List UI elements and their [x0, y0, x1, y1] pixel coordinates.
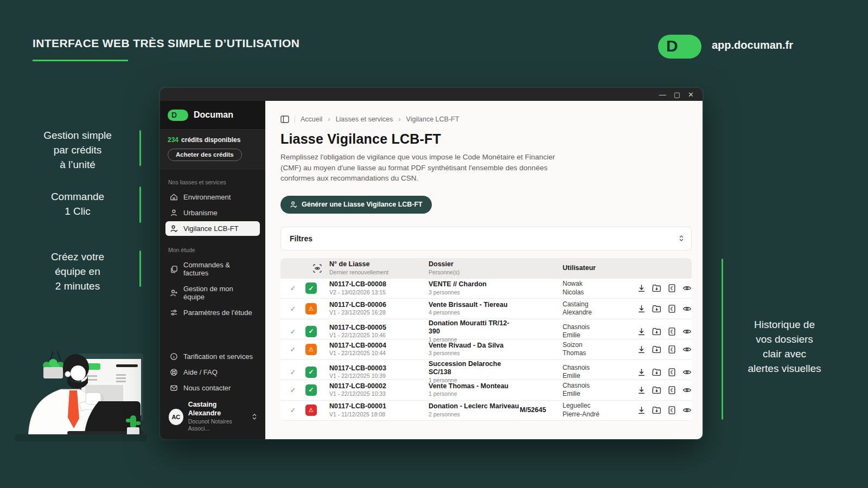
download-icon[interactable]	[636, 367, 647, 377]
sidebar: D Documan 234crédits disponibles Acheter…	[160, 101, 265, 439]
sidebar-item-gestion-equipe[interactable]: Gestion de mon équipe	[165, 281, 260, 304]
table-row[interactable]: ✓ ✓⚠ N0117-LCB-00006 V1 - 23/12/2025 16:…	[280, 299, 692, 319]
folder-download-icon[interactable]	[652, 344, 662, 355]
folder-download-icon[interactable]	[652, 405, 662, 415]
liasse-number: N0117-LCB-00008	[329, 280, 429, 289]
generate-liasse-button[interactable]: Générer une Liasse Vigilance LCB-FT	[280, 196, 432, 214]
filters-label: Filtres	[290, 234, 312, 243]
user-menu[interactable]: AC Castaing Alexandre Docunot Notaires A…	[165, 396, 260, 434]
liasse-renewal-date: V1 - 11/12/2025 18:08	[329, 411, 429, 419]
row-valid-check-icon: ✓	[280, 386, 305, 394]
user-firstname: Alexandre	[563, 309, 635, 317]
view-eye-icon[interactable]	[682, 385, 692, 395]
dossier-persons: 3 personnes	[429, 350, 520, 357]
view-eye-icon[interactable]	[682, 283, 692, 293]
col-header-utilisateur[interactable]: Utilisateur	[563, 264, 635, 273]
maximize-button[interactable]: ▢	[674, 91, 680, 98]
status-badge: ✓⚠	[305, 303, 317, 314]
download-icon[interactable]	[636, 405, 647, 415]
sidebar-footer: Tarification et services Aide / FAQ Nous…	[160, 349, 265, 439]
annotation-line: Créez votre	[26, 249, 129, 264]
breadcrumb-item-accueil[interactable]: Accueil	[301, 115, 322, 123]
sidebar-item-urbanisme[interactable]: Urbanisme	[165, 206, 260, 220]
invoice-euro-icon[interactable]: €	[667, 385, 677, 395]
dossier-name: Vente Rivaud - Da Silva	[429, 342, 520, 350]
status-badge: ✓⚠	[305, 367, 317, 378]
sidebar-logo[interactable]: D Documan	[160, 101, 265, 129]
sidebar-toggle-icon[interactable]	[280, 115, 289, 123]
sidebar-item-aide-faq[interactable]: Aide / FAQ	[165, 365, 260, 380]
status-badge: ✓⚠	[305, 326, 317, 337]
annotation-bar	[139, 130, 141, 166]
services-section: Nos liasses et services Environnement Ur…	[160, 169, 265, 236]
folder-download-icon[interactable]	[652, 326, 662, 337]
user-lastname: Nowak	[563, 280, 635, 288]
svg-text:€: €	[671, 306, 673, 312]
sliders-icon	[170, 309, 178, 317]
download-icon[interactable]	[636, 344, 647, 355]
annotation-line: Commande	[26, 189, 129, 204]
sidebar-item-tarification[interactable]: Tarification et services	[165, 349, 260, 364]
table-body: ✓ ✓⚠ N0117-LCB-00008 V2 - 13/02/2026 13:…	[280, 279, 692, 421]
avatar: AC	[169, 409, 183, 425]
col-header-dossier[interactable]: Dossier	[429, 260, 520, 269]
close-button[interactable]: ✕	[688, 91, 694, 98]
dossier-name: Vente Brissault - Tiereau	[429, 301, 520, 310]
download-icon[interactable]	[636, 385, 647, 395]
table-row[interactable]: ✓ ✓⚠ N0117-LCB-00004 V1 - 22/12/2025 10:…	[280, 339, 692, 360]
download-icon[interactable]	[636, 326, 647, 337]
sidebar-item-label: Paramètres de l'étude	[183, 309, 252, 317]
dossier-persons: 1 personne	[429, 390, 520, 398]
sidebar-item-commandes-factures[interactable]: Commandes & factures	[165, 258, 260, 280]
view-eye-icon[interactable]	[682, 367, 692, 377]
person-check-icon	[170, 224, 178, 233]
sidebar-item-vigilance-lcb-ft[interactable]: Vigilance LCB-FT	[165, 221, 260, 236]
invoice-euro-icon[interactable]: €	[667, 326, 677, 337]
buy-credits-button[interactable]: Acheter des crédits	[168, 149, 242, 161]
liasse-number: N0117-LCB-00002	[329, 382, 429, 391]
help-icon	[170, 368, 178, 376]
svg-text:€: €	[671, 347, 673, 352]
invoice-euro-icon[interactable]: €	[667, 344, 677, 355]
table-row[interactable]: ✓ ✓⚠ N0117-LCB-00003 V1 - 22/12/2025 10:…	[280, 360, 692, 381]
table-row[interactable]: ✓ ✓⚠ N0117-LCB-00002 V1 - 22/12/2025 10:…	[280, 380, 692, 401]
annotation-line: 2 minutes	[26, 279, 129, 293]
page-description: Remplissez l'obligation de vigilance que…	[280, 152, 563, 184]
folder-download-icon[interactable]	[652, 304, 662, 314]
view-eye-icon[interactable]	[682, 344, 692, 355]
liasses-table: N° de Liasse Dernier renouvellement Doss…	[280, 258, 692, 421]
person-icon	[170, 209, 178, 217]
sidebar-item-parametres[interactable]: Paramètres de l'étude	[165, 305, 260, 320]
view-eye-icon[interactable]	[682, 326, 692, 337]
window-titlebar: — ▢ ✕	[160, 88, 703, 101]
breadcrumb-item-liasses[interactable]: Liasses et services	[336, 115, 393, 123]
folder-download-icon[interactable]	[652, 367, 662, 377]
invoice-euro-icon[interactable]: €	[667, 367, 677, 377]
invoice-euro-icon[interactable]: €	[667, 304, 677, 314]
view-eye-icon[interactable]	[682, 405, 692, 415]
folder-download-icon[interactable]	[652, 385, 662, 395]
sidebar-item-environnement[interactable]: Environnement	[165, 190, 260, 204]
col-header-liasse[interactable]: N° de Liasse	[329, 260, 429, 269]
folder-download-icon[interactable]	[652, 283, 662, 293]
man-at-laptop-illustration	[15, 351, 146, 441]
person-check-icon	[290, 201, 297, 208]
invoice-euro-icon[interactable]: €	[667, 405, 677, 415]
table-row[interactable]: ✓ ✓⚠ N0117-LCB-00001 V1 - 11/12/2025 18:…	[280, 401, 692, 421]
invoices-icon	[170, 265, 178, 273]
hero-title-underline	[33, 60, 128, 61]
minimize-button[interactable]: —	[659, 91, 666, 98]
house-icon	[170, 193, 178, 201]
download-icon[interactable]	[636, 304, 647, 314]
table-row[interactable]: ✓ ✓⚠ N0117-LCB-00008 V2 - 13/02/2026 13:…	[280, 279, 692, 299]
annotation-line: clair avec	[736, 346, 833, 361]
table-row[interactable]: ✓ ✓⚠ N0117-LCB-00005 V1 - 22/12/2025 10:…	[280, 319, 692, 340]
invoice-euro-icon[interactable]: €	[667, 283, 677, 293]
user-name: Castaing Alexandre	[188, 401, 247, 418]
filters-bar[interactable]: Filtres	[280, 227, 692, 251]
annotation-bar	[139, 187, 141, 223]
sidebar-item-nous-contacter[interactable]: Nous contacter	[165, 381, 260, 395]
download-icon[interactable]	[636, 283, 647, 293]
user-firstname: Thomas	[563, 349, 635, 358]
view-eye-icon[interactable]	[682, 304, 692, 314]
